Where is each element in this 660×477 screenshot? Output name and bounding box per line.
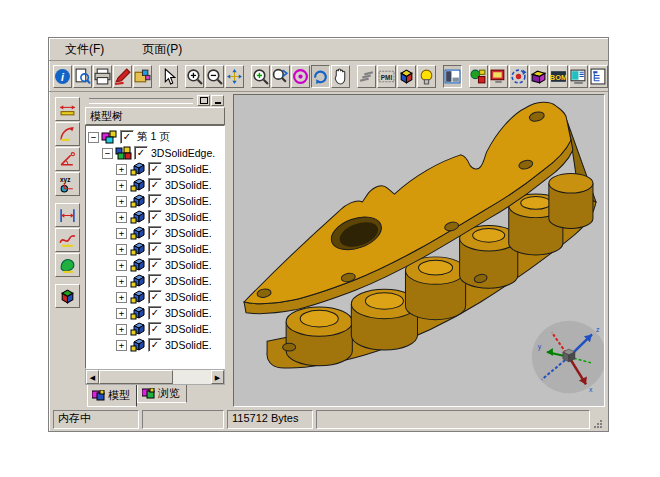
tree-item-part[interactable]: + ✓ 3DSolidE. <box>88 209 224 225</box>
expand-icon[interactable]: + <box>116 212 127 223</box>
checkbox[interactable]: ✓ <box>148 338 162 352</box>
main-area: xyz 模型树 − <box>49 92 608 408</box>
tree-item-part[interactable]: + ✓ 3DSolidE. <box>88 241 224 257</box>
scroll-left-button[interactable]: ◀ <box>86 370 99 384</box>
tree-item-part[interactable]: + ✓ 3DSolidE. <box>88 321 224 337</box>
checkbox[interactable]: ✓ <box>134 146 148 160</box>
resize-grip[interactable] <box>593 410 605 429</box>
checkbox[interactable]: ✓ <box>120 130 134 144</box>
tree-item-part[interactable]: + ✓ 3DSolidE. <box>88 257 224 273</box>
expand-icon[interactable]: + <box>116 292 127 303</box>
expand-icon[interactable]: + <box>116 340 127 351</box>
collapse-icon[interactable]: − <box>102 148 113 159</box>
side-button-dim-linear[interactable] <box>55 97 80 121</box>
tree-item-label: 3DSolidE. <box>165 227 212 239</box>
panel-drag-handle[interactable] <box>89 98 193 104</box>
side-button-dim-angle[interactable] <box>55 147 80 171</box>
tree-item-part[interactable]: + ✓ 3DSolidE. <box>88 273 224 289</box>
tree-item-part[interactable]: + ✓ 3DSolidE. <box>88 305 224 321</box>
expand-icon[interactable]: + <box>116 324 127 335</box>
checkbox[interactable]: ✓ <box>148 226 162 240</box>
side-button-dim-xyz[interactable]: xyz <box>55 172 80 196</box>
checkbox[interactable]: ✓ <box>148 210 162 224</box>
scroll-right-button[interactable]: ▶ <box>211 370 224 384</box>
toolbar-button-colored-parts[interactable] <box>469 65 488 88</box>
menu-file[interactable]: 文件(F) <box>61 39 108 60</box>
tab-browse[interactable]: 浏览 <box>137 385 187 403</box>
side-button-dim-radius[interactable] <box>55 122 80 146</box>
toolbar-button-rotate[interactable] <box>311 65 330 88</box>
checkbox[interactable]: ✓ <box>148 322 162 336</box>
toolbar-button-annotate-pen[interactable] <box>113 65 132 88</box>
tree-item-page[interactable]: − ✓ 第 1 页 <box>88 129 224 145</box>
toolbar-button-snapshot[interactable] <box>489 65 508 88</box>
checkbox[interactable]: ✓ <box>148 290 162 304</box>
toolbar-button-pan-arrows[interactable] <box>225 65 244 88</box>
toolbar-button-print[interactable] <box>93 65 112 88</box>
tree-item-label: 3DSolidE. <box>165 307 212 319</box>
toolbar-button-panel-toggle[interactable] <box>443 65 462 88</box>
checkbox[interactable]: ✓ <box>148 178 162 192</box>
side-button-dim-curve[interactable] <box>55 228 80 252</box>
toolbar-button-zoom-select[interactable] <box>271 65 290 88</box>
toolbar-button-info[interactable]: i <box>53 65 72 88</box>
checkbox[interactable]: ✓ <box>148 194 162 208</box>
side-button-dim-volume[interactable] <box>55 284 80 308</box>
toolbar-button-light[interactable] <box>417 65 436 88</box>
expand-icon[interactable]: + <box>116 244 127 255</box>
section-planes-icon <box>358 68 375 85</box>
checkbox[interactable]: ✓ <box>148 258 162 272</box>
axis-widget[interactable]: z x y <box>532 321 604 394</box>
checkbox[interactable]: ✓ <box>148 306 162 320</box>
toolbar-button-zoom-out[interactable] <box>205 65 224 88</box>
assembly-icon <box>115 146 132 160</box>
expand-icon[interactable]: + <box>116 276 127 287</box>
toolbar-button-open-model[interactable] <box>133 65 152 88</box>
collapse-icon[interactable]: − <box>88 132 99 143</box>
tree-item-part[interactable]: + ✓ 3DSolidE. <box>88 337 224 353</box>
viewport-3d[interactable]: z x y <box>233 94 605 407</box>
toolbar-button-orbit-target[interactable] <box>291 65 310 88</box>
toolbar-button-animation[interactable] <box>509 65 528 88</box>
side-button-dim-distance[interactable] <box>55 203 80 227</box>
toolbar-button-view-box[interactable] <box>397 65 416 88</box>
panel-splitter[interactable] <box>225 94 233 407</box>
menu-page[interactable]: 页面(P) <box>138 39 186 60</box>
toolbar-button-tree-view[interactable] <box>589 65 608 88</box>
panel-restore-button[interactable] <box>197 95 210 106</box>
tree-item-assembly[interactable]: − ✓ 3DSolidEdge. <box>88 145 224 161</box>
expand-icon[interactable]: + <box>116 228 127 239</box>
tree-item-part[interactable]: + ✓ 3DSolidE. <box>88 193 224 209</box>
toolbar-button-bom[interactable]: BOM <box>549 65 568 88</box>
checkbox[interactable]: ✓ <box>148 242 162 256</box>
toolbar-button-select-cursor[interactable] <box>159 65 178 88</box>
toolbar-button-zoom-window[interactable] <box>251 65 270 88</box>
expand-icon[interactable]: + <box>116 196 127 207</box>
expand-icon[interactable]: + <box>116 164 127 175</box>
tree-horizontal-scrollbar[interactable]: ◀ ▶ <box>85 369 225 385</box>
dim-linear-icon <box>59 101 76 118</box>
scroll-thumb[interactable] <box>99 370 173 384</box>
status-cell-4 <box>316 410 590 429</box>
toolbar-button-print-preview[interactable] <box>73 65 92 88</box>
panel-hide-button[interactable] <box>211 95 224 106</box>
toolbar-button-report-screen[interactable] <box>569 65 588 88</box>
tab-model[interactable]: 模型 <box>87 385 137 407</box>
toolbar-button-zoom-in[interactable] <box>185 65 204 88</box>
toolbar-button-solid-view[interactable] <box>529 65 548 88</box>
toolbar-button-pmi[interactable]: PMI <box>377 65 396 88</box>
tree-item-part[interactable]: + ✓ 3DSolidE. <box>88 177 224 193</box>
checkbox[interactable]: ✓ <box>148 162 162 176</box>
tree-item-label: 第 1 页 <box>137 130 170 144</box>
toolbar-button-pan-hand[interactable] <box>331 65 350 88</box>
toolbar-button-section-planes[interactable] <box>357 65 376 88</box>
tree-item-part[interactable]: + ✓ 3DSolidE. <box>88 225 224 241</box>
expand-icon[interactable]: + <box>116 180 127 191</box>
side-button-dim-area[interactable] <box>55 253 80 277</box>
checkbox[interactable]: ✓ <box>148 274 162 288</box>
page-icon <box>101 130 118 144</box>
tree-item-part[interactable]: + ✓ 3DSolidE. <box>88 289 224 305</box>
expand-icon[interactable]: + <box>116 260 127 271</box>
expand-icon[interactable]: + <box>116 308 127 319</box>
tree-item-part[interactable]: + ✓ 3DSolidE. <box>88 161 224 177</box>
